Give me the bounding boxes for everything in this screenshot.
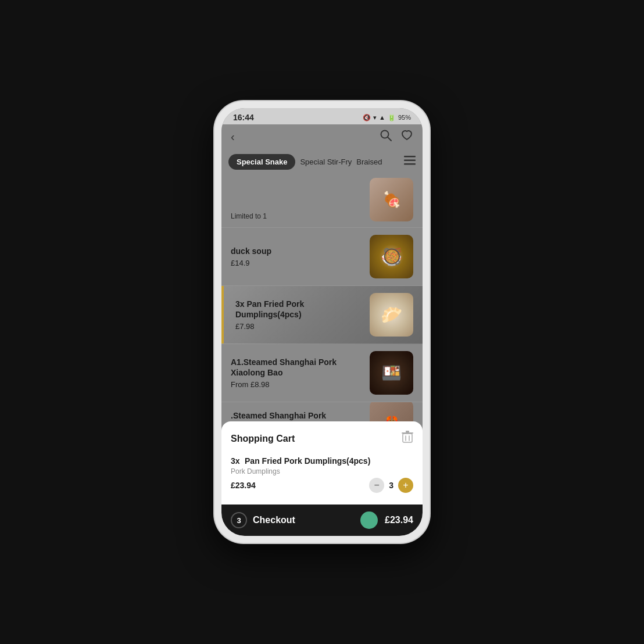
- list-item[interactable]: Limited to 1 🍖: [221, 174, 423, 228]
- search-icon[interactable]: [380, 129, 392, 145]
- menu-item-info: Limited to 1: [231, 212, 267, 221]
- battery-icon: 🔋: [388, 114, 396, 121]
- menu-item-info: duck soup £14.9: [231, 246, 370, 267]
- cart-item: 3x Pan Fried Pork Dumplings(4pcs) Pork D…: [231, 453, 413, 495]
- cart-title: Shopping Cart: [231, 434, 295, 444]
- cart-header: Shopping Cart: [231, 431, 413, 446]
- phone-screen: 16:44 🔇 ▾ ▲ 🔋 95% ‹: [221, 108, 423, 536]
- item-price: £14.9: [231, 259, 363, 267]
- cart-item-name-row: 3x Pan Fried Pork Dumplings(4pcs): [231, 456, 413, 466]
- menu-item-info: A1.Steamed Shanghai Pork Xiaolong Bao Fr…: [231, 357, 370, 389]
- active-indicator: [221, 286, 224, 344]
- list-item[interactable]: 3x Pan Fried Pork Dumplings(4pcs) £7.98 …: [221, 286, 423, 344]
- menu-item-info: .Steamed Shanghai Pork Xiaolong Bao with…: [231, 410, 370, 421]
- tab-special-snake[interactable]: Special Snake: [228, 154, 295, 170]
- quantity-decrease-button[interactable]: −: [369, 478, 384, 493]
- checkout-indicator-dot: [360, 511, 378, 529]
- svg-rect-2: [404, 156, 416, 158]
- food-image-dumplings: 🥟: [370, 293, 413, 337]
- food-image-duck-soup: 🥘: [370, 235, 413, 278]
- header-action-icons: [380, 129, 413, 145]
- quantity-controls: − 3 +: [369, 478, 413, 493]
- phone-frame: 16:44 🔇 ▾ ▲ 🔋 95% ‹: [214, 101, 430, 543]
- status-bar: 16:44 🔇 ▾ ▲ 🔋 95%: [221, 108, 423, 124]
- item-name: duck soup: [231, 246, 363, 256]
- cart-item-quantity-prefix: 3x: [231, 456, 240, 466]
- battery-level: 95%: [398, 114, 411, 121]
- cart-item-row: £23.94 − 3 +: [231, 478, 413, 493]
- quantity-value: 3: [389, 481, 393, 490]
- item-limit: Limited to 1: [231, 212, 267, 220]
- list-item[interactable]: .Steamed Shanghai Pork Xiaolong Bao with…: [221, 402, 423, 421]
- cart-item-price: £23.94: [231, 481, 256, 490]
- category-tabs: Special Snake Special Stir-Fry Braised: [221, 149, 423, 174]
- item-name: 3x Pan Fried Pork Dumplings(4pcs): [235, 299, 363, 320]
- cart-panel: Shopping Cart 3x Pan Fried Pork Dumpling…: [221, 421, 423, 505]
- item-price: From £8.98: [231, 380, 363, 389]
- wifi-icon: ▾: [373, 114, 377, 121]
- svg-line-1: [388, 137, 391, 141]
- cart-item-name: Pan Fried Pork Dumplings(4pcs): [245, 456, 370, 466]
- item-price: £7.98: [235, 322, 363, 331]
- list-item[interactable]: A1.Steamed Shanghai Pork Xiaolong Bao Fr…: [221, 344, 423, 402]
- cart-item-description: Pork Dumplings: [231, 467, 413, 475]
- checkout-total-price: £23.94: [385, 515, 413, 525]
- checkout-label: Checkout: [253, 515, 360, 525]
- menu-item-info: 3x Pan Fried Pork Dumplings(4pcs) £7.98: [231, 299, 370, 331]
- quantity-increase-button[interactable]: +: [398, 478, 413, 493]
- mute-icon: 🔇: [363, 114, 371, 121]
- tab-braised[interactable]: Braised: [356, 158, 382, 166]
- tab-special-stir-fry[interactable]: Special Stir-Fry: [300, 158, 352, 166]
- heart-icon[interactable]: [400, 129, 413, 145]
- header-nav: ‹: [221, 124, 423, 149]
- item-name: .Steamed Shanghai Pork Xiaolong Bao with…: [231, 410, 363, 421]
- status-time: 16:44: [233, 113, 254, 122]
- checkout-count: 3: [231, 512, 247, 528]
- item-name: A1.Steamed Shanghai Pork Xiaolong Bao: [231, 357, 363, 378]
- menu-icon[interactable]: [404, 156, 416, 168]
- status-icons: 🔇 ▾ ▲ 🔋 95%: [363, 114, 411, 121]
- checkout-bar[interactable]: 3 Checkout £23.94: [221, 505, 423, 536]
- svg-rect-6: [406, 431, 409, 432]
- food-image-partial: 🍖: [370, 178, 413, 221]
- svg-rect-3: [404, 160, 416, 162]
- menu-list: Limited to 1 🍖 duck soup £14.9 🥘: [221, 174, 423, 421]
- svg-rect-7: [403, 434, 412, 442]
- signal-icon: ▲: [379, 114, 385, 121]
- back-button[interactable]: ‹: [231, 130, 235, 144]
- list-item[interactable]: duck soup £14.9 🥘: [221, 228, 423, 286]
- delete-cart-button[interactable]: [402, 431, 413, 446]
- food-image-crab: 🦀: [370, 402, 413, 421]
- svg-rect-4: [404, 163, 416, 165]
- food-image-xiaolong: 🍱: [370, 351, 413, 395]
